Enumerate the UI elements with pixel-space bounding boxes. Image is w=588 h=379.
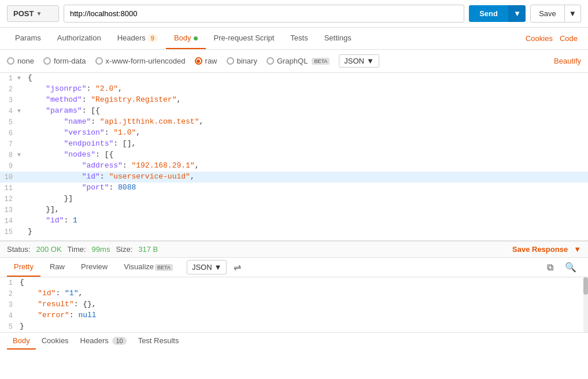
line-content-2[interactable]: "jsonrpc": "2.0", (25, 84, 588, 95)
radio-form-data[interactable] (43, 57, 51, 65)
resp-headers-badge: 10 (112, 337, 126, 345)
bottom-tab-headers[interactable]: Headers 10 (75, 333, 132, 350)
line-content-15[interactable]: } (25, 226, 588, 237)
tab-prerequest[interactable]: Pre-request Script (206, 28, 283, 49)
line-content-11[interactable]: "port": 8088 (25, 183, 588, 194)
option-raw[interactable]: raw (195, 57, 217, 65)
option-form-data[interactable]: form-data (43, 57, 86, 65)
resp-tab-pretty[interactable]: Pretty (7, 258, 40, 277)
radio-graphql[interactable] (267, 57, 274, 65)
format-select[interactable]: JSON ▼ (339, 54, 379, 68)
bottom-tab-test-results[interactable]: Test Results (132, 333, 185, 350)
response-scrollbar[interactable] (583, 277, 588, 332)
editor-line-3: 3 "method": "Registry.Register", (0, 95, 588, 106)
line-content-6[interactable]: "version": "1.0", (25, 128, 588, 139)
resp-line-num-5: 5 (0, 321, 17, 332)
send-button[interactable]: Send (469, 5, 508, 22)
line-num-15: 15 (0, 226, 17, 237)
option-none[interactable]: none (7, 57, 34, 65)
resp-line-content-5[interactable]: } (17, 321, 588, 332)
resp-tab-preview[interactable]: Preview (74, 258, 114, 277)
tab-headers[interactable]: Headers9 (109, 28, 166, 49)
fold-arrow-9 (17, 161, 25, 172)
fold-arrow-6 (17, 128, 25, 139)
line-content-14[interactable]: "id": 1 (25, 215, 588, 226)
radio-none[interactable] (7, 57, 14, 65)
size-label: Size: (116, 245, 132, 254)
option-binary[interactable]: binary (227, 57, 257, 65)
bottom-tab-cookies[interactable]: Cookies (36, 333, 75, 350)
status-value: 200 OK (36, 245, 61, 254)
line-content-4[interactable]: "params": [{ (25, 106, 588, 117)
line-content-1[interactable]: { (25, 73, 588, 84)
save-button[interactable]: Save (530, 5, 565, 23)
fold-arrow-8[interactable]: ▼ (17, 150, 25, 161)
tab-body[interactable]: Body (166, 28, 206, 49)
request-editor[interactable]: 1▼{2 "jsonrpc": "2.0",3 "method": "Regis… (0, 73, 588, 240)
line-num-3: 3 (0, 95, 17, 106)
tab-authorization[interactable]: Authorization (49, 28, 109, 49)
tab-tests[interactable]: Tests (282, 28, 316, 49)
body-options: none form-data x-www-form-urlencoded raw… (0, 50, 588, 73)
tab-settings[interactable]: Settings (316, 28, 360, 49)
line-content-9[interactable]: "address": "192.168.29.1", (25, 161, 588, 172)
option-graphql[interactable]: GraphQLBETA (267, 57, 330, 65)
save-group: Save ▼ (530, 5, 581, 23)
method-select[interactable]: POST ▼ (7, 5, 59, 22)
editor-line-4: 4▼ "params": [{ (0, 106, 588, 117)
editor-line-13: 13 }], (0, 205, 588, 215)
save-dropdown-button[interactable]: ▼ (565, 5, 581, 23)
time-label: Time: (68, 245, 86, 254)
fold-arrow-4[interactable]: ▼ (17, 106, 25, 117)
copy-button[interactable]: ⧉ (542, 260, 558, 275)
resp-line-content-2[interactable]: "id": "1", (17, 288, 588, 299)
scrollbar-thumb[interactable] (583, 277, 588, 295)
wrap-icon-button[interactable]: ⇌ (229, 259, 246, 275)
save-response-arrow[interactable]: ▼ (574, 245, 581, 254)
resp-line-content-4[interactable]: "error": null (17, 310, 588, 321)
editor-line-15: 15} (0, 226, 588, 237)
fold-arrow-5 (17, 117, 25, 128)
bottom-tab-body[interactable]: Body (7, 333, 36, 350)
radio-urlencoded[interactable] (95, 57, 103, 65)
send-dropdown-button[interactable]: ▼ (508, 5, 526, 22)
resp-format-select[interactable]: JSON ▼ (187, 260, 227, 274)
response-editor[interactable]: 1{2 "id": "1",3 "result": {},4 "error": … (0, 277, 588, 332)
line-num-5: 5 (0, 117, 17, 128)
line-num-6: 6 (0, 128, 17, 139)
line-content-13[interactable]: }], (25, 205, 588, 215)
line-content-3[interactable]: "method": "Registry.Register", (25, 95, 588, 106)
resp-icons: ⧉ 🔍 (542, 259, 581, 275)
method-arrow-icon: ▼ (36, 10, 42, 17)
radio-raw[interactable] (195, 57, 202, 65)
resp-line-content-3[interactable]: "result": {}, (17, 299, 588, 310)
resp-format-arrow-icon: ▼ (215, 263, 222, 272)
headers-badge: 9 (147, 34, 158, 42)
line-num-14: 14 (0, 215, 17, 226)
radio-binary[interactable] (227, 57, 234, 65)
line-content-12[interactable]: }] (25, 194, 588, 205)
line-num-7: 7 (0, 139, 17, 150)
line-content-10[interactable]: "id": "userservice-uuid", (25, 172, 588, 183)
editor-line-2: 2 "jsonrpc": "2.0", (0, 84, 588, 95)
beautify-button[interactable]: Beautify (554, 57, 581, 65)
resp-tab-visualize[interactable]: VisualizeBETA (117, 258, 180, 277)
line-num-2: 2 (0, 84, 17, 95)
fold-arrow-13 (17, 205, 25, 215)
option-urlencoded[interactable]: x-www-form-urlencoded (95, 57, 186, 65)
search-button[interactable]: 🔍 (560, 259, 581, 275)
line-content-8[interactable]: "nodes": [{ (25, 150, 588, 161)
resp-line-num-1: 1 (0, 277, 17, 288)
save-response-button[interactable]: Save Response (512, 245, 568, 254)
fold-arrow-1[interactable]: ▼ (17, 73, 25, 84)
url-input[interactable] (64, 5, 464, 23)
cookies-link[interactable]: Cookies (522, 28, 556, 49)
resp-line-num-2: 2 (0, 288, 17, 299)
resp-tab-raw[interactable]: Raw (43, 258, 72, 277)
format-label: JSON (344, 57, 364, 65)
line-content-5[interactable]: "name": "api.jtthink.com.test", (25, 117, 588, 128)
tab-params[interactable]: Params (7, 28, 49, 49)
line-content-7[interactable]: "endpoints": [], (25, 139, 588, 150)
resp-line-content-1[interactable]: { (17, 277, 588, 288)
code-link[interactable]: Code (556, 28, 581, 49)
